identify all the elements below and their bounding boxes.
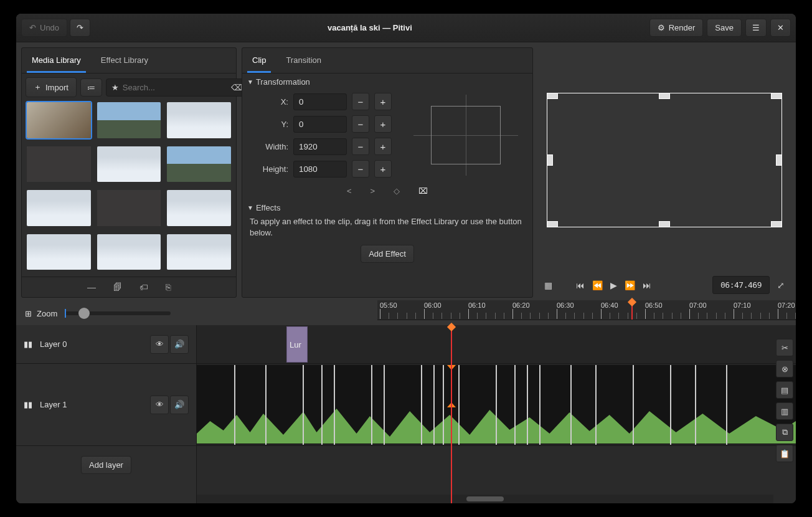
ruler-label: 05:50 (380, 301, 397, 309)
window-title: vacanță la ski — Pitivi (90, 23, 649, 32)
media-thumb[interactable] (97, 146, 161, 183)
layer-header-1[interactable]: ▮▮ Layer 1 👁 🔊 (16, 364, 196, 446)
rewind-icon[interactable]: ⏪ (592, 280, 603, 290)
clear-icon[interactable]: ⌫ (231, 83, 242, 92)
ruler-label: 07:10 (734, 301, 751, 309)
add-layer-button[interactable]: Add layer (81, 456, 131, 474)
media-thumb[interactable] (97, 190, 161, 226)
zoom-slider[interactable] (65, 311, 171, 315)
media-thumb[interactable] (167, 102, 231, 138)
layer1-visibility-toggle[interactable]: 👁 (150, 396, 169, 414)
timeline-ruler[interactable]: 05:5006:0006:1006:2006:3006:4006:5007:00… (377, 300, 796, 320)
keyframe-diamond-icon[interactable]: ◇ (394, 186, 400, 196)
transformation-form: X: − + Y: − + Width: − (242, 88, 532, 183)
media-thumb[interactable] (27, 234, 91, 270)
section-transformation[interactable]: ▼ Transformation (242, 74, 532, 88)
prev-keyframe-icon[interactable]: < (347, 186, 352, 196)
add-effect-button[interactable]: Add Effect (361, 245, 414, 263)
scrollbar-thumb[interactable] (466, 496, 504, 501)
layer1-audio-toggle[interactable]: 🔊 (170, 396, 189, 414)
y-decrement[interactable]: − (352, 115, 369, 133)
input-y[interactable] (293, 116, 347, 133)
undo-button[interactable]: ↶ Undo (21, 19, 67, 37)
layer0-audio-toggle[interactable]: 🔊 (170, 335, 189, 354)
zoom-label: ⊞ Zoom (25, 309, 57, 318)
hamburger-icon: ☰ (752, 23, 760, 32)
insert-icon[interactable]: ⎘ (166, 282, 171, 292)
reset-icon[interactable]: ⌧ (418, 186, 428, 196)
playhead[interactable] (631, 300, 633, 320)
ruler-label: 06:50 (645, 301, 663, 309)
media-thumb[interactable] (97, 102, 161, 138)
x-increment[interactable]: + (374, 93, 392, 110)
list-icon: ≔ (87, 83, 95, 92)
render-button[interactable]: ⚙ Render (649, 19, 704, 37)
ruler-label: 06:10 (468, 301, 486, 309)
layer-handle-icon[interactable]: ▮▮ (24, 400, 32, 409)
search-field[interactable]: ★ ⌫ (106, 78, 248, 97)
x-decrement[interactable]: − (352, 93, 369, 110)
tab-clip[interactable]: Clip (247, 50, 271, 73)
clip-tabs: Clip Transition (242, 48, 532, 74)
zoom-slider-handle[interactable] (78, 308, 90, 319)
cut-tool-icon[interactable]: ✂ (776, 339, 793, 356)
y-increment[interactable]: + (374, 115, 392, 133)
view-toggle-button[interactable]: ≔ (80, 78, 102, 97)
h-decrement[interactable]: − (352, 160, 369, 178)
playhead-line[interactable] (451, 325, 452, 503)
remove-icon[interactable]: — (87, 282, 96, 292)
forward-icon[interactable]: ⏩ (625, 280, 635, 290)
media-thumb[interactable] (27, 146, 91, 183)
detach-icon[interactable]: ⤢ (777, 280, 785, 290)
tab-transition[interactable]: Transition (281, 50, 326, 73)
save-label: Save (715, 23, 734, 32)
search-input[interactable] (123, 83, 227, 92)
media-thumb[interactable] (167, 234, 231, 270)
input-x[interactable] (293, 93, 347, 110)
h-increment[interactable]: + (374, 160, 392, 178)
tag-icon[interactable]: 🏷 (139, 282, 148, 292)
ungroup-tool-icon[interactable]: ▥ (776, 402, 793, 420)
redo-button[interactable]: ↷ (70, 19, 90, 37)
render-label: Render (669, 23, 696, 32)
ruler-label: 07:20 (778, 301, 795, 309)
delete-tool-icon[interactable]: ⊗ (776, 360, 793, 377)
hamburger-menu-button[interactable]: ☰ (745, 19, 767, 37)
input-height[interactable] (293, 161, 347, 178)
import-button[interactable]: ＋ Import (26, 77, 77, 97)
preview-viewport[interactable] (547, 93, 782, 227)
ruler-label: 07:00 (689, 301, 707, 309)
input-width[interactable] (293, 138, 347, 155)
skip-start-icon[interactable]: ⏮ (576, 280, 585, 290)
layer1-name: Layer 1 (40, 400, 67, 409)
layer-header-0[interactable]: ▮▮ Layer 0 👁 🔊 (16, 325, 196, 364)
copy-tool-icon[interactable]: ⧉ (776, 424, 793, 441)
w-increment[interactable]: + (374, 138, 392, 155)
section-effects[interactable]: ▼ Effects (242, 199, 532, 214)
group-tool-icon[interactable]: ▤ (776, 381, 793, 399)
layer0-visibility-toggle[interactable]: 👁 (150, 335, 169, 354)
skip-end-icon[interactable]: ⏭ (643, 280, 651, 290)
next-keyframe-icon[interactable]: > (371, 186, 375, 196)
track-layer0[interactable]: Lur (197, 325, 796, 364)
save-button[interactable]: Save (707, 19, 742, 37)
timeline-tracks[interactable]: Lur (197, 325, 796, 503)
media-thumb[interactable] (97, 234, 161, 270)
paste-tool-icon[interactable]: 📋 (776, 445, 793, 462)
transform-preview[interactable] (413, 94, 519, 176)
media-thumb[interactable] (27, 190, 91, 226)
play-icon[interactable]: ▶ (610, 280, 617, 290)
w-decrement[interactable]: − (352, 138, 369, 155)
timecode-display[interactable]: 06:47.469 (712, 276, 770, 294)
close-button[interactable]: ✕ (770, 19, 791, 37)
layer-handle-icon[interactable]: ▮▮ (24, 339, 32, 349)
grid-icon[interactable]: ▦ (544, 280, 552, 290)
media-thumb[interactable] (27, 102, 91, 138)
clip-properties-icon[interactable]: 🗐 (113, 282, 122, 292)
tab-media-library[interactable]: Media Library (27, 50, 86, 73)
clip-lur[interactable]: Lur (286, 326, 308, 363)
timeline-scrollbar[interactable] (197, 495, 773, 503)
tab-effect-library[interactable]: Effect Library (96, 50, 153, 73)
media-thumb[interactable] (167, 190, 231, 226)
media-thumb[interactable] (167, 146, 231, 183)
